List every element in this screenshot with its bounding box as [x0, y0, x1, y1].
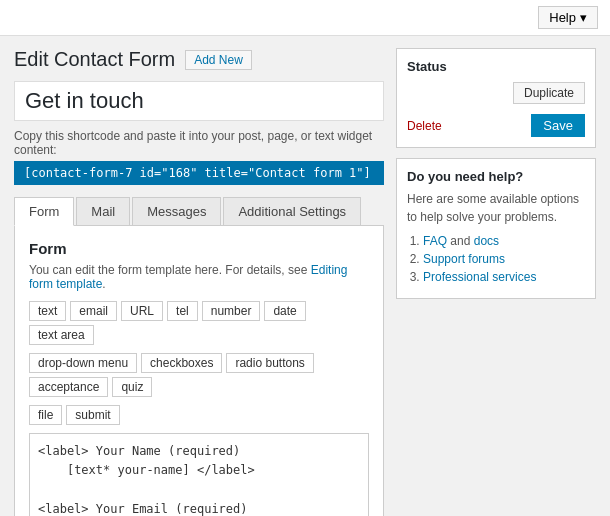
support-forums-link[interactable]: Support forums [423, 252, 505, 266]
professional-services-link[interactable]: Professional services [423, 270, 536, 284]
help-list: FAQ and docs Support forums Professional… [407, 234, 585, 284]
tag-btn-quiz[interactable]: quiz [112, 377, 152, 397]
help-box-title: Do you need help? [407, 169, 585, 184]
tag-btn-textarea[interactable]: text area [29, 325, 94, 345]
form-section-title: Form [29, 240, 369, 257]
tag-btn-tel[interactable]: tel [167, 301, 198, 321]
page-title: Edit Contact Form [14, 48, 175, 71]
top-bar: Help ▾ [0, 0, 610, 36]
add-new-button[interactable]: Add New [185, 50, 252, 70]
tag-btn-acceptance[interactable]: acceptance [29, 377, 108, 397]
tag-btn-email[interactable]: email [70, 301, 117, 321]
help-arrow-icon: ▾ [580, 10, 587, 25]
help-item-3: Professional services [423, 270, 585, 284]
tag-btn-radio[interactable]: radio buttons [226, 353, 313, 373]
form-title-input[interactable] [14, 81, 384, 121]
tag-btn-dropdown[interactable]: drop-down menu [29, 353, 137, 373]
tag-btn-checkboxes[interactable]: checkboxes [141, 353, 222, 373]
tab-mail[interactable]: Mail [76, 197, 130, 225]
help-box: Do you need help? Here are some availabl… [396, 158, 596, 299]
main-content: Edit Contact Form Add New Copy this shor… [0, 36, 610, 516]
tag-buttons-row2: drop-down menu checkboxes radio buttons … [29, 353, 369, 397]
help-item-1: FAQ and docs [423, 234, 585, 248]
tag-btn-text[interactable]: text [29, 301, 66, 321]
help-label: Help [549, 10, 576, 25]
status-box: Status Duplicate Delete Save [396, 48, 596, 148]
duplicate-button[interactable]: Duplicate [513, 82, 585, 104]
save-button[interactable]: Save [531, 114, 585, 137]
shortcode-label: Copy this shortcode and paste it into yo… [14, 129, 384, 157]
tag-buttons-row1: text email URL tel number date text area [29, 301, 369, 345]
docs-link[interactable]: docs [474, 234, 499, 248]
help-item-2: Support forums [423, 252, 585, 266]
tag-btn-submit[interactable]: submit [66, 405, 119, 425]
status-actions: Delete Save [407, 114, 585, 137]
tabs-bar: Form Mail Messages Additional Settings [14, 197, 384, 226]
tag-btn-file[interactable]: file [29, 405, 62, 425]
tab-content-form: Form You can edit the form template here… [14, 226, 384, 516]
tag-btn-number[interactable]: number [202, 301, 261, 321]
form-template-textarea[interactable] [29, 433, 369, 516]
shortcode-box[interactable]: [contact-form-7 id="168" title="Contact … [14, 161, 384, 185]
page-header: Edit Contact Form Add New [14, 48, 384, 71]
faq-link[interactable]: FAQ [423, 234, 447, 248]
delete-link[interactable]: Delete [407, 119, 442, 133]
left-panel: Edit Contact Form Add New Copy this shor… [14, 48, 384, 516]
tag-btn-url[interactable]: URL [121, 301, 163, 321]
form-section-desc: You can edit the form template here. For… [29, 263, 369, 291]
status-title: Status [407, 59, 585, 74]
help-box-desc: Here are some available options to help … [407, 190, 585, 226]
tag-buttons-row3: file submit [29, 405, 369, 425]
right-panel: Status Duplicate Delete Save Do you need… [396, 48, 596, 516]
help-button[interactable]: Help ▾ [538, 6, 598, 29]
tab-additional-settings[interactable]: Additional Settings [223, 197, 361, 225]
tab-form[interactable]: Form [14, 197, 74, 226]
tab-messages[interactable]: Messages [132, 197, 221, 225]
tag-btn-date[interactable]: date [264, 301, 305, 321]
